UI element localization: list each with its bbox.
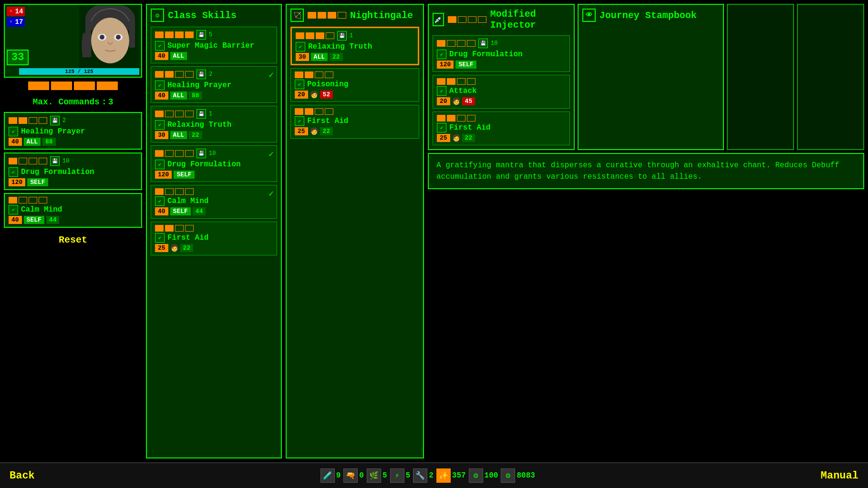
skill-type-icon: ✔ [296, 42, 305, 51]
bullet-icon: 🔫 [343, 468, 358, 483]
save-icon: 💾 [337, 31, 347, 41]
nightingale-icon: 🏹 [290, 9, 304, 22]
main-container: ▪ 14 ▪ 17 [0, 0, 868, 488]
svg-rect-3 [129, 19, 135, 48]
potion-count: 9 [336, 471, 341, 480]
pip-empty [39, 197, 47, 203]
injector-drug-formulation[interactable]: 💾 10 ✔ Drug Formulation 120 SELF [433, 35, 570, 72]
inventory-icons: 🧪 9 🔫 0 🌿 5 ⚡ 5 🔧 2 ✨ 357 [320, 468, 535, 483]
skill-relaxing-truth[interactable]: 💾 1 ✔ Relaxing Truth 30 ALL 22 [151, 106, 277, 142]
energy-count: 5 [406, 471, 411, 480]
modified-injector-title: 💉 Modified Injector [433, 9, 570, 30]
inv-item-bullet: 🔫 0 [343, 468, 364, 483]
skill-type-icon: ✔ [295, 80, 304, 89]
skill-name: Calm Mind [21, 205, 62, 214]
skill-type-icon: ✔ [155, 41, 165, 51]
inv-item-cog: ⚙ 100 [469, 468, 498, 483]
skill-row-top: 💾 5 [155, 30, 273, 40]
inv-item-energy: ⚡ 5 [390, 468, 411, 483]
skill-target: SELF [27, 178, 48, 186]
inv-item-gear: ⚙ 8083 [501, 468, 535, 483]
left-skill-drug-formulation[interactable]: 💾 10 ✔ Drug Formulation 120 SELF [4, 152, 142, 190]
mp-value: 17 [15, 18, 23, 26]
skill-target: SELF [24, 216, 44, 224]
empty-slots [727, 4, 864, 150]
skill-drug-formulation[interactable]: ✓ 💾 10 ✔ Drug Formulation 120 [151, 145, 277, 182]
injector-attack[interactable]: ✔ Attack 20 🧑 45 [433, 75, 570, 109]
skill-type-icon: ✔ [9, 127, 18, 136]
skill-type-icon: ✔ [437, 86, 446, 96]
pip-4 [97, 81, 118, 90]
skill-value: 44 [46, 216, 60, 224]
journey-stampbook-panel: 👁 Journey Stampbook [578, 4, 724, 150]
stampbook-icon: 👁 [582, 9, 596, 22]
reset-button[interactable]: Reset [4, 231, 142, 249]
skill-name: Drug Formulation [21, 168, 94, 176]
left-skill-calm-mind[interactable]: ✔ Calm Mind 40 SELF 44 [4, 193, 142, 228]
skill-type-icon: ✔ [155, 81, 165, 90]
manual-button[interactable]: Manual [821, 470, 858, 482]
hp-value: 14 [15, 8, 23, 15]
skill-type-icon: ✔ [437, 123, 446, 132]
target-enemy-icon: 🧑 [452, 97, 460, 105]
skill-first-aid[interactable]: ✔ First Aid 25 🧑 22 [151, 222, 277, 255]
skill-stats: 40 SELF 44 [9, 216, 137, 224]
game-content: ▪ 14 ▪ 17 [0, 0, 868, 462]
pip-empty [29, 197, 37, 203]
mp-bar: 125 / 125 [19, 68, 139, 75]
save-icon: 💾 [196, 149, 206, 158]
skill-stats: 40 ALL 88 [9, 138, 137, 146]
svg-point-8 [116, 35, 121, 40]
injector-first-aid[interactable]: ✔ First Aid 25 🧑 22 [433, 112, 570, 145]
save-icon: 💾 [196, 109, 206, 119]
skill-type-icon: ✔ [295, 116, 304, 126]
inv-item-herb: 🌿 5 [367, 468, 387, 483]
pip [19, 117, 27, 124]
skill-super-magic-barrier[interactable]: 💾 5 ✔ Super Magic Barrier 40 ALL [151, 27, 277, 63]
skill-type-icon: ✔ [155, 120, 165, 130]
nightingale-first-aid[interactable]: ✔ First Aid 25 🧑 22 [290, 105, 419, 139]
skill-type-icon: ✔ [155, 160, 165, 169]
nightingale-poisoning[interactable]: ✔ Poisoning 20 🧑 52 [290, 68, 419, 102]
skill-calm-mind[interactable]: ✓ ✔ Calm Mind 40 SELF 44 [151, 185, 277, 219]
nightingale-title: 🏹 Nightingale [290, 9, 419, 22]
gear-icon: ⚙ [501, 468, 515, 483]
bottom-bar: Back 🧪 9 🔫 0 🌿 5 ⚡ 5 🔧 2 [0, 462, 868, 488]
pip-empty [29, 117, 37, 124]
sp-value: 33 [7, 50, 29, 65]
checkmark: ✓ [269, 149, 274, 159]
pip [9, 117, 17, 124]
nightingale-relaxing-truth[interactable]: 💾 1 ✔ Relaxing Truth 30 ALL 22 [290, 27, 419, 65]
pip-empty [39, 158, 47, 164]
injector-icon: 💉 [433, 13, 444, 26]
save-icon: 💾 [478, 39, 488, 48]
skill-cost: 40 [9, 138, 22, 146]
checkmark: ✓ [269, 188, 274, 199]
skill-type-icon: ✔ [155, 233, 165, 243]
skill-pips [9, 197, 47, 203]
skill-num: 2 [62, 117, 66, 124]
save-icon: 💾 [196, 70, 206, 79]
skill-cost: 40 [9, 216, 22, 224]
skill-healing-prayer[interactable]: ✓ 💾 2 ✔ Healing Prayer 40 [151, 66, 277, 103]
save-icon: 💾 [50, 156, 60, 166]
nightingale-panel: 🏹 Nightingale [286, 4, 424, 458]
skill-cost: 120 [9, 178, 25, 186]
cog-count: 100 [485, 471, 498, 480]
inv-item-potion: 🧪 9 [320, 468, 341, 483]
hp-stat: ▪ 14 [7, 7, 25, 16]
modified-injector-panel: 💉 Modified Injector [428, 4, 575, 150]
herb-icon: 🌿 [367, 468, 381, 483]
left-skill-healing-prayer[interactable]: 💾 2 ✔ Healing Prayer 40 ALL 88 [4, 112, 142, 150]
bullet-count: 0 [359, 471, 364, 480]
target-person-icon: 🧑 [452, 134, 460, 142]
mp-stat: ▪ 17 [7, 17, 25, 27]
skill-stats: 120 SELF [9, 178, 137, 186]
back-button[interactable]: Back [10, 470, 35, 482]
right-section: 💉 Modified Injector [428, 4, 864, 458]
skill-header: 💾 10 [9, 156, 137, 166]
skill-pips [155, 31, 194, 38]
pip-empty [19, 197, 27, 203]
save-icon: 💾 [50, 116, 60, 125]
pip-1 [28, 81, 49, 90]
